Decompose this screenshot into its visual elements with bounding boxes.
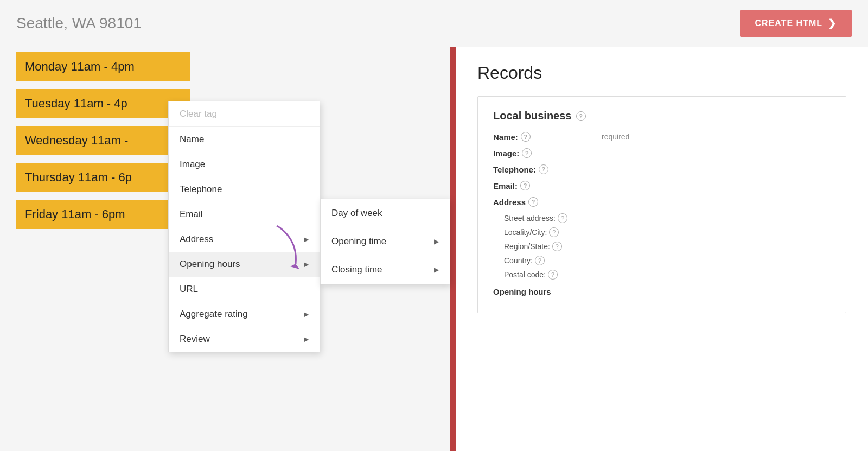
menu-item-name[interactable]: Name: [169, 127, 320, 152]
menu-item-opening-hours[interactable]: Opening hours ▶: [169, 252, 320, 277]
menu-item-aggregate-rating[interactable]: Aggregate rating ▶: [169, 302, 320, 327]
menu-item-email[interactable]: Email: [169, 202, 320, 227]
list-item: Tuesday 11am - 4p: [16, 89, 190, 118]
record-field-name: Name: ? required: [493, 132, 831, 142]
list-item: Friday 11am - 6pm: [16, 200, 190, 229]
menu-item-telephone[interactable]: Telephone: [169, 177, 320, 202]
page-title: Seattle, WA 98101: [16, 15, 142, 32]
telephone-help-icon[interactable]: ?: [539, 164, 548, 174]
list-item: Thursday 11am - 6p: [16, 163, 190, 192]
submenu-arrow-icon: ▶: [434, 238, 439, 245]
records-title: Records: [477, 63, 846, 83]
local-business-header: Local business ?: [493, 110, 831, 122]
address-field-region: Region/State: ?: [493, 242, 831, 251]
submenu-item-day-of-week[interactable]: Day of week: [321, 199, 450, 227]
create-html-arrow-icon: ❯: [828, 17, 837, 29]
vertical-divider: [450, 47, 456, 451]
submenu-arrow-icon: ▶: [434, 266, 439, 274]
list-item: Wednesday 11am -: [16, 126, 190, 155]
submenu-item-closing-time[interactable]: Closing time ▶: [321, 256, 450, 284]
left-panel: Monday 11am - 4pm Tuesday 11am - 4p Wedn…: [0, 47, 450, 451]
country-help-icon[interactable]: ?: [535, 256, 545, 265]
record-field-image: Image: ?: [493, 148, 831, 158]
submenu-arrow-icon: ▶: [304, 236, 309, 243]
record-field-address: Address ?: [493, 197, 831, 207]
name-help-icon[interactable]: ?: [521, 132, 531, 142]
street-help-icon[interactable]: ?: [558, 213, 567, 223]
email-help-icon[interactable]: ?: [520, 181, 530, 190]
opening-hours-section-header: Opening hours: [493, 287, 831, 296]
list-item: Monday 11am - 4pm: [16, 52, 190, 81]
address-field-postal: Postal code: ?: [493, 270, 831, 280]
records-card: Local business ? Name: ? required Image:…: [477, 96, 846, 313]
postal-help-icon[interactable]: ?: [548, 270, 558, 280]
submenu-arrow-icon: ▶: [304, 261, 309, 268]
address-field-street: Street address: ?: [493, 213, 831, 223]
submenu-arrow-icon: ▶: [304, 310, 309, 318]
address-help-icon[interactable]: ?: [528, 197, 538, 207]
menu-item-image[interactable]: Image: [169, 152, 320, 177]
menu-item-url[interactable]: URL: [169, 277, 320, 302]
submenu-opening-hours: Day of week Opening time ▶ Closing time …: [320, 199, 450, 284]
address-field-country: Country: ?: [493, 256, 831, 265]
create-html-button[interactable]: CREATE HTML ❯: [740, 10, 852, 37]
address-field-locality: Locality/City: ?: [493, 227, 831, 237]
clear-tag-item[interactable]: Clear tag: [169, 101, 320, 127]
header: Seattle, WA 98101 CREATE HTML ❯: [0, 0, 868, 47]
menu-item-address[interactable]: Address ▶: [169, 227, 320, 252]
local-business-help-icon[interactable]: ?: [576, 111, 586, 121]
locality-help-icon[interactable]: ?: [549, 227, 559, 237]
submenu-item-opening-time[interactable]: Opening time ▶: [321, 227, 450, 256]
menu-item-review[interactable]: Review ▶: [169, 327, 320, 352]
main-layout: Monday 11am - 4pm Tuesday 11am - 4p Wedn…: [0, 47, 868, 451]
region-help-icon[interactable]: ?: [552, 242, 562, 251]
image-help-icon[interactable]: ?: [522, 148, 532, 158]
record-field-email: Email: ?: [493, 181, 831, 190]
submenu-arrow-icon: ▶: [304, 335, 309, 343]
right-panel: Records Local business ? Name: ? require…: [456, 47, 868, 451]
context-menu: Clear tag Name Image Telephone Email Add…: [168, 101, 320, 352]
record-field-telephone: Telephone: ?: [493, 164, 831, 174]
